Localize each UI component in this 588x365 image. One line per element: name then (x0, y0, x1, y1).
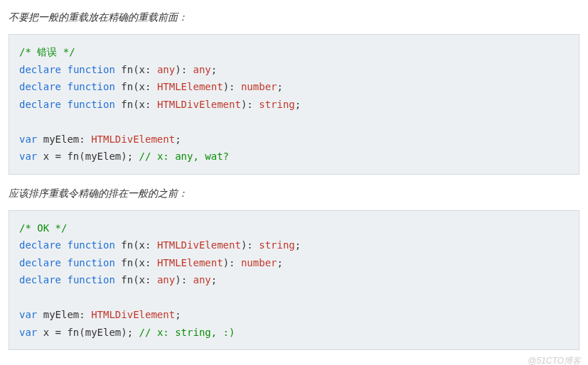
instruction-text-1: 不要把一般的重载放在精确的重载前面： (9, 11, 579, 24)
semi: ; (277, 257, 283, 268)
fn-sig: ): (175, 274, 193, 285)
fn-sig: fn(x: (115, 81, 157, 92)
semi: ; (211, 274, 217, 285)
var-assign: x = fn(myElem); (37, 327, 139, 338)
ret-type: any (193, 274, 211, 285)
param-type: HTMLElement (157, 257, 223, 268)
var-type: HTMLDivElement (91, 309, 175, 320)
kw-declare: declare (19, 81, 61, 92)
var-decl: myElem: (37, 134, 91, 145)
code-comment: // x: string, :) (139, 327, 235, 338)
var-type: HTMLDivElement (91, 134, 175, 145)
fn-sig: fn(x: (115, 274, 157, 285)
fn-sig: fn(x: (115, 257, 157, 268)
fn-sig: ): (175, 64, 193, 75)
param-type: any (157, 64, 175, 75)
fn-sig: fn(x: (115, 239, 157, 251)
fn-sig: ): (241, 239, 259, 251)
var-decl: myElem: (37, 309, 91, 320)
code-comment: /* 错误 */ (19, 46, 75, 58)
fn-sig: ): (223, 257, 241, 268)
kw-function: function (67, 239, 114, 251)
fn-sig: fn(x: (115, 64, 157, 75)
semi: ; (175, 309, 181, 320)
kw-function: function (67, 274, 114, 285)
kw-var: var (19, 134, 37, 145)
param-type: HTMLDivElement (157, 99, 241, 110)
kw-declare: declare (19, 64, 61, 75)
kw-declare: declare (19, 257, 61, 268)
code-comment: // x: any, wat? (139, 151, 229, 162)
param-type: HTMLDivElement (157, 239, 241, 251)
ret-type: string (259, 99, 295, 110)
param-type: HTMLElement (157, 81, 223, 92)
kw-declare: declare (19, 239, 61, 251)
kw-var: var (19, 309, 37, 320)
code-comment: /* OK */ (19, 222, 67, 234)
param-type: any (157, 274, 175, 285)
semi: ; (295, 239, 301, 251)
kw-function: function (67, 257, 114, 268)
watermark-text: @51CTO博客 (528, 355, 581, 365)
kw-function: function (67, 99, 114, 110)
kw-declare: declare (19, 274, 61, 285)
semi: ; (295, 99, 301, 110)
kw-declare: declare (19, 99, 61, 110)
code-block-wrong: /* 错误 */ declare function fn(x: any): an… (9, 34, 579, 175)
instruction-text-2: 应该排序重载令精确的排在一般的之前： (9, 187, 579, 200)
semi: ; (277, 81, 283, 92)
kw-var: var (19, 151, 37, 162)
ret-type: any (193, 64, 211, 75)
fn-sig: ): (223, 81, 241, 92)
ret-type: number (241, 81, 277, 92)
semi: ; (175, 134, 181, 145)
fn-sig: ): (241, 99, 259, 110)
kw-var: var (19, 327, 37, 338)
kw-function: function (67, 81, 114, 92)
kw-function: function (67, 64, 114, 75)
ret-type: string (259, 239, 295, 251)
ret-type: number (241, 257, 277, 268)
fn-sig: fn(x: (115, 99, 157, 110)
semi: ; (211, 64, 217, 75)
var-assign: x = fn(myElem); (37, 151, 139, 162)
code-block-correct: /* OK */ declare function fn(x: HTMLDivE… (9, 210, 579, 351)
